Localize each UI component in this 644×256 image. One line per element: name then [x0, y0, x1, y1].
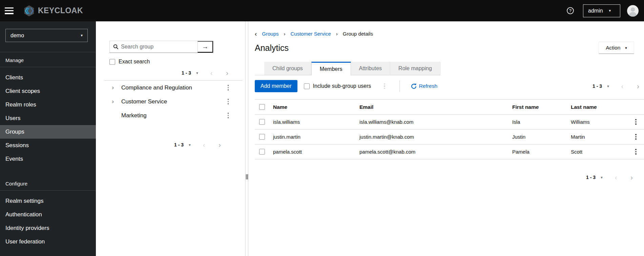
help-icon[interactable]: ?: [566, 7, 574, 15]
realm-name: demo: [11, 33, 24, 39]
chevron-down-icon[interactable]: ▾: [189, 143, 191, 147]
panel-splitter[interactable]: [246, 21, 248, 256]
tab-role-mapping[interactable]: Role mapping: [390, 62, 440, 75]
toolbar-kebab-menu-icon[interactable]: [384, 83, 385, 90]
sidebar-item-sessions[interactable]: Sessions: [0, 139, 96, 152]
tab-lead-spacer: [255, 62, 264, 75]
kebab-menu-icon[interactable]: [228, 84, 229, 91]
group-tree-panel: → Exact search 1 - 3 ▾ ‹ › › Compliance …: [96, 21, 246, 256]
tree-pagination-top: 1 - 3 ▾ ‹ ›: [96, 66, 245, 80]
kebab-menu-icon[interactable]: [228, 98, 229, 105]
member-name-link[interactable]: justin.martin: [273, 134, 359, 140]
expand-chevron-icon[interactable]: ›: [112, 98, 121, 105]
next-page-icon[interactable]: ›: [219, 141, 221, 148]
column-header-email: Email: [359, 104, 512, 110]
breadcrumb-groups-link[interactable]: Groups: [262, 31, 278, 37]
exact-search: Exact search: [109, 59, 245, 65]
pagination-range[interactable]: 1 - 3: [586, 175, 596, 180]
previous-page-icon[interactable]: ‹: [210, 70, 213, 76]
realm-selector[interactable]: demo ▾: [5, 29, 88, 42]
user-menu-dropdown[interactable]: admin ▾: [583, 4, 620, 17]
pagination-range[interactable]: 1 - 3: [182, 70, 191, 76]
pagination-range[interactable]: 1 - 3: [174, 142, 184, 147]
member-last-name: Williams: [571, 119, 635, 125]
chevron-down-icon: ▾: [81, 33, 83, 38]
chevron-down-icon[interactable]: ▾: [601, 175, 603, 180]
breadcrumb-customer-service-link[interactable]: Customer Service: [291, 31, 331, 37]
keycloak-admin-console: KEYCLOAK ? admin ▾ demo ▾: [0, 0, 644, 256]
next-page-icon[interactable]: ›: [226, 70, 228, 76]
expand-chevron-icon[interactable]: ›: [112, 84, 121, 91]
group-tabs: Child groups Members Attributes Role map…: [255, 62, 644, 75]
avatar[interactable]: [627, 5, 639, 17]
hamburger-menu-icon[interactable]: [5, 7, 14, 14]
row-checkbox[interactable]: [259, 119, 265, 125]
sidebar-item-events[interactable]: Events: [0, 152, 96, 166]
search-submit-button[interactable]: →: [198, 41, 213, 53]
kebab-menu-icon[interactable]: [228, 112, 229, 119]
previous-page-icon[interactable]: ‹: [615, 174, 617, 181]
sidebar-item-authentication[interactable]: Authentication: [0, 208, 96, 221]
column-header-first-name: First name: [512, 104, 571, 110]
include-subgroups-label: Include sub-group users: [313, 83, 371, 89]
keycloak-logo[interactable]: KEYCLOAK: [23, 5, 83, 17]
row-kebab-menu-icon[interactable]: [635, 118, 644, 125]
member-name-link[interactable]: isla.williams: [273, 119, 359, 125]
next-page-icon[interactable]: ›: [637, 83, 639, 90]
member-first-name: Isla: [512, 119, 571, 125]
chevron-down-icon: ▾: [625, 46, 627, 50]
back-chevron-icon[interactable]: ‹: [255, 31, 257, 37]
divider: [0, 190, 96, 191]
row-kebab-menu-icon[interactable]: [635, 148, 644, 155]
row-kebab-menu-icon[interactable]: [635, 133, 644, 140]
group-search-box: [110, 41, 198, 53]
sidebar-item-clients[interactable]: Clients: [0, 71, 96, 84]
group-details-main: ‹ Groups › Customer Service › Group deta…: [248, 21, 644, 256]
action-dropdown[interactable]: Action ▾: [599, 42, 634, 54]
members-pagination-bottom: 1 - 3 ▾ ‹ ›: [255, 171, 644, 184]
sidebar-item-identity-providers[interactable]: Identity providers: [0, 221, 96, 235]
column-header-name: Name: [273, 104, 359, 110]
row-checkbox[interactable]: [259, 149, 265, 155]
tab-attributes[interactable]: Attributes: [351, 62, 391, 75]
sidebar-item-user-federation[interactable]: User federation: [0, 235, 96, 249]
nav-section-configure: Configure: [0, 176, 96, 190]
tab-child-groups[interactable]: Child groups: [264, 62, 311, 75]
previous-page-icon[interactable]: ‹: [203, 141, 205, 148]
splitter-grip[interactable]: [246, 174, 248, 179]
tree-item-customer-service[interactable]: › Customer Service: [96, 95, 245, 109]
pagination-range[interactable]: 1 - 3: [593, 83, 602, 89]
add-member-button[interactable]: Add member: [255, 80, 297, 92]
table-row: isla.williams isla.williams@knab.com Isl…: [255, 115, 644, 130]
member-email: isla.williams@knab.com: [359, 119, 512, 125]
divider: [0, 67, 96, 67]
user-name: admin: [588, 8, 603, 14]
select-all-checkbox[interactable]: [259, 104, 265, 110]
tree-item-marketing[interactable]: Marketing: [96, 109, 245, 122]
brand-text: KEYCLOAK: [38, 6, 83, 15]
sidebar-item-realm-settings[interactable]: Realm settings: [0, 194, 96, 208]
sidebar-item-client-scopes[interactable]: Client scopes: [0, 84, 96, 98]
member-last-name: Martin: [571, 134, 635, 140]
sidebar-item-users[interactable]: Users: [0, 112, 96, 125]
sidebar-item-groups[interactable]: Groups: [0, 125, 96, 139]
tree-item-compliance-and-regulation[interactable]: › Compliance and Regulation: [96, 81, 245, 95]
chevron-down-icon[interactable]: ▾: [607, 84, 609, 88]
previous-page-icon[interactable]: ‹: [621, 83, 624, 90]
members-table: Name Email First name Last name isla.wil…: [255, 99, 644, 159]
refresh-button[interactable]: Refresh: [411, 83, 437, 89]
svg-text:?: ?: [569, 8, 572, 13]
group-search-input[interactable]: [121, 44, 195, 50]
next-page-icon[interactable]: ›: [630, 174, 633, 181]
breadcrumb-current: Group details: [343, 31, 373, 37]
member-name-link[interactable]: pamela.scott: [273, 149, 359, 155]
table-header-row: Name Email First name Last name: [255, 100, 644, 115]
sidebar-item-realm-roles[interactable]: Realm roles: [0, 98, 96, 112]
include-subgroups-checkbox[interactable]: [304, 83, 310, 89]
chevron-down-icon[interactable]: ▾: [196, 71, 198, 75]
tab-members[interactable]: Members: [311, 62, 351, 75]
exact-search-checkbox[interactable]: [109, 59, 115, 65]
manage-nav: Clients Client scopes Realm roles Users …: [0, 71, 96, 166]
member-email: pamela.scott@knab.com: [359, 149, 512, 155]
row-checkbox[interactable]: [259, 134, 265, 140]
